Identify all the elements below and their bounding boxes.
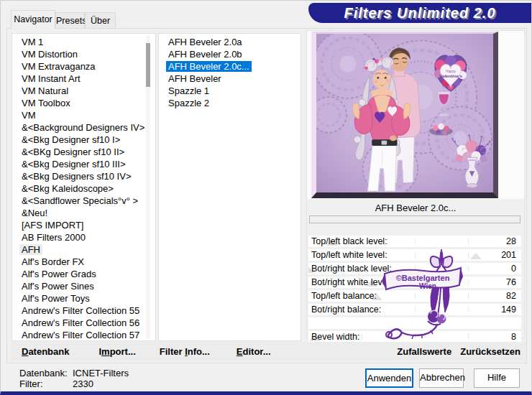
category-item[interactable]: VM Distortion xyxy=(12,48,155,60)
category-item[interactable]: [AFS IMPORT] xyxy=(12,219,155,231)
slider-thumb[interactable] xyxy=(470,253,482,259)
status-filter-label: Filter: xyxy=(19,378,73,389)
slider-tick xyxy=(468,279,469,285)
zufallswerte-button[interactable]: Zufallswerte xyxy=(397,346,451,357)
slider-tick xyxy=(415,252,416,258)
filter-item[interactable]: Spazzle 2 xyxy=(159,97,301,109)
category-item[interactable]: &<Bkg Kaleidoscope> xyxy=(12,182,155,195)
category-item[interactable]: Alf's Power Grads xyxy=(12,268,155,280)
title-banner: Filters Unlimited 2.0 xyxy=(308,3,531,23)
parameter-slider[interactable]: Top/left balance:82 xyxy=(308,290,521,302)
parameter-label: Top/left white level: xyxy=(311,249,387,261)
category-item[interactable]: &<Bkg Designer sf10 I> xyxy=(12,134,155,146)
category-item[interactable]: AFH xyxy=(12,243,155,256)
parameter-label: Bot/right black level: xyxy=(311,263,392,274)
slider-tick xyxy=(362,334,362,340)
slider-tick xyxy=(415,293,416,299)
parameter-value: 8 xyxy=(511,331,516,343)
filterinfo-button[interactable]: Filter Info... xyxy=(160,346,210,357)
category-item[interactable]: Andrew's Filter Collection 55 xyxy=(12,305,155,317)
anwenden-button[interactable]: Anwenden xyxy=(365,368,413,388)
slider-thumb[interactable] xyxy=(427,307,439,314)
filter-item[interactable]: AFH Beveler xyxy=(159,73,301,85)
parameter-slider[interactable]: Bot/right balance:149 xyxy=(308,304,521,315)
action-bar-right: Zufallswerte Zurücksetzen xyxy=(397,342,520,361)
tab-ueber[interactable]: Über xyxy=(85,12,116,28)
slider-tick xyxy=(468,238,469,244)
category-item[interactable]: AB Filters 2000 xyxy=(12,231,155,243)
import-button[interactable]: Import... xyxy=(98,346,135,357)
parameter-value: 82 xyxy=(506,290,516,302)
filter-items: AFH Beveler 2.0aAFH Beveler 2.0bAFH Beve… xyxy=(159,36,301,109)
category-item[interactable]: VM Instant Art xyxy=(12,73,155,85)
svg-text:Happy: Happy xyxy=(446,70,456,73)
tab-navigator[interactable]: Navigator xyxy=(11,10,55,29)
category-item[interactable]: &<Bkg Designer sf10 III> xyxy=(12,158,155,170)
category-item[interactable]: &<Bkg Designers sf10 IV> xyxy=(12,170,155,182)
category-item[interactable]: VM xyxy=(12,109,155,121)
filter-item[interactable]: Spazzle 1 xyxy=(159,85,301,97)
preview-image: Happy Valentine's xyxy=(316,34,493,192)
parameter-slider[interactable]: Top/left white level:201 xyxy=(308,249,521,261)
slider-tick xyxy=(415,334,416,340)
preview-panel: Happy Valentine's xyxy=(306,30,525,339)
category-listbox[interactable]: VM 1VM DistortionVM ExtravaganzaVM Insta… xyxy=(12,33,156,341)
category-item[interactable]: VM 1 xyxy=(12,36,155,48)
parameter-slider[interactable]: Bot/right black level:0 xyxy=(308,263,521,274)
status-filter-value: 2330 xyxy=(73,378,93,389)
slider-tick xyxy=(415,238,416,244)
category-scrollbar-thumb[interactable] xyxy=(146,43,150,87)
status-datenbank-value: ICNET-Filters xyxy=(73,368,129,378)
parameter-label: Top/left balance: xyxy=(311,290,377,302)
status-datenbank-row: Datenbank: ICNET-Filters xyxy=(19,368,129,378)
category-scrollbar[interactable] xyxy=(146,35,150,339)
slider-tick xyxy=(415,266,416,271)
action-bar-left: DatenbankImport...Filter Info...Editor..… xyxy=(22,346,271,357)
parameter-slider[interactable]: Bot/right white level:76 xyxy=(308,276,521,288)
category-item[interactable]: Alf's Border FX xyxy=(12,256,155,268)
parameter-label: Top/left black level: xyxy=(311,236,387,247)
category-item[interactable]: Andrew's Filter Collection 57 xyxy=(12,329,155,341)
hilfe-button[interactable]: Hilfe xyxy=(474,368,520,388)
category-item[interactable]: Alf's Power Sines xyxy=(12,280,155,292)
parameter-slider[interactable]: Top/left black level:28 xyxy=(308,236,521,247)
preview-caption: AFH Beveler 2.0c... xyxy=(307,202,524,215)
slider-tick xyxy=(468,266,469,271)
status-area: Datenbank: ICNET-Filters Filter: 2330 xyxy=(19,368,129,389)
filter-item[interactable]: AFH Beveler 2.0a xyxy=(159,36,301,48)
abbrechen-button[interactable]: Abbrechen xyxy=(419,368,464,388)
category-item[interactable]: Alf's Power Toys xyxy=(12,292,155,305)
filters-unlimited-dialog: Filters Unlimited 2.0 Navigator Presets … xyxy=(0,0,532,395)
category-item[interactable]: &<Sandflower Specials°v° > xyxy=(12,195,155,207)
zuruecksetzen-button[interactable]: Zurücksetzen xyxy=(460,346,520,357)
title-banner-text: Filters Unlimited 2.0 xyxy=(344,5,495,22)
status-filter-row: Filter: 2330 xyxy=(19,378,129,389)
parameter-label: Bot/right balance: xyxy=(311,304,381,315)
category-item[interactable]: &Neu! xyxy=(12,207,155,219)
parameter-value: 149 xyxy=(501,304,516,315)
parameter-value: 76 xyxy=(506,276,516,288)
action-bar: DatenbankImport...Filter Info...Editor..… xyxy=(11,342,526,361)
category-item[interactable]: &<BKg Designer sf10 II> xyxy=(12,146,155,158)
parameter-value: 201 xyxy=(501,249,516,261)
slider-tick xyxy=(468,252,469,258)
editor-button[interactable]: Editor... xyxy=(237,346,271,357)
category-item[interactable]: VM Toolbox xyxy=(12,97,155,109)
preview-box: Happy Valentine's xyxy=(307,31,524,199)
filter-item[interactable]: AFH Beveler 2.0b xyxy=(159,48,301,60)
category-item[interactable]: &<Background Designers IV> xyxy=(12,121,155,134)
slider-tick xyxy=(468,293,469,299)
filter-listbox[interactable]: AFH Beveler 2.0aAFH Beveler 2.0bAFH Beve… xyxy=(158,33,301,341)
parameter-spacer-row xyxy=(308,317,521,329)
parameter-slider[interactable]: Bevel width:8 xyxy=(308,331,521,343)
tab-presets[interactable]: Presets xyxy=(55,12,85,28)
filter-item[interactable]: AFH Beveler 2.0c... xyxy=(159,60,301,73)
datenbank-button[interactable]: Datenbank xyxy=(22,346,69,357)
category-item[interactable]: Andrew's Filter Collection 56 xyxy=(12,317,155,329)
category-item[interactable]: VM Extravaganza xyxy=(12,60,155,73)
svg-text:Valentine's: Valentine's xyxy=(439,73,463,78)
slider-tick xyxy=(468,307,469,312)
category-item[interactable]: VM Natural xyxy=(12,85,155,97)
category-items: VM 1VM DistortionVM ExtravaganzaVM Insta… xyxy=(12,36,155,341)
slider-tick xyxy=(415,279,416,285)
